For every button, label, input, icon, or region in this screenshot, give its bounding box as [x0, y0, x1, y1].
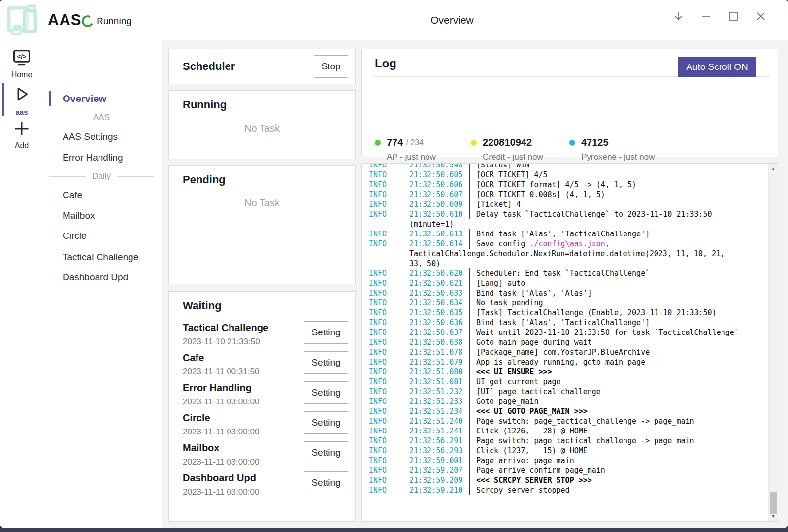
log-message: Page arrive: page_main: [469, 456, 574, 466]
log-level: INFO: [369, 298, 409, 308]
stop-button[interactable]: Stop: [314, 55, 348, 78]
log-level: INFO: [369, 367, 409, 377]
nav-group-divider-aas: AAS: [44, 110, 161, 125]
divider-line: [117, 176, 154, 177]
log-timestamp: 21:32:51.234: [409, 406, 469, 416]
log-level: INFO: [369, 436, 409, 446]
task-name: Circle: [183, 412, 259, 424]
maximize-icon[interactable]: [726, 8, 741, 24]
log-timestamp: 21:32:51.240: [409, 416, 469, 426]
log-message: [OCR_TICKET 0.008s] (4, 1, 5): [469, 190, 605, 200]
task-next-run: 2023-11-11 03:00:00: [183, 397, 259, 407]
log-message: Bind task ['Alas', 'TacticalChallenge']: [469, 318, 650, 328]
log-level: INFO: [369, 318, 409, 328]
log-message: Scrcpy server stopped: [469, 485, 570, 495]
running-title: Running: [183, 99, 355, 111]
log-message: [Status] WIN: [469, 163, 529, 170]
rail-item-label: Home: [0, 70, 43, 79]
log-timestamp: 21:32:51.081: [409, 377, 469, 387]
log-level: INFO: [369, 288, 409, 298]
scheduler-status-text: Running: [97, 16, 131, 27]
titlebar: AAS Running Overview: [0, 0, 788, 40]
rail-item-add[interactable]: Add: [0, 120, 43, 150]
log-level: INFO: [369, 229, 409, 239]
nav-item-label: Circle: [63, 231, 87, 241]
log-line-continuation: (minute=1): [362, 219, 767, 229]
nav-item-error-handling[interactable]: Error Handling: [44, 150, 161, 165]
stat-dot-icon: [375, 140, 381, 146]
task-next-run: 2023-11-11 03:00:00: [183, 457, 259, 467]
close-icon[interactable]: [754, 8, 768, 24]
nav-item-aas-settings[interactable]: AAS Settings: [44, 130, 161, 144]
nav-item-dashboard-upd[interactable]: Dashboard Upd: [44, 270, 161, 285]
nav-item-label: Cafe: [63, 190, 82, 200]
rail-item-label: aas: [0, 108, 43, 116]
minimize-icon[interactable]: [698, 8, 713, 24]
log-level: INFO: [369, 456, 409, 466]
window-controls: [671, 8, 768, 24]
log-timestamp: 21:32:50.606: [409, 180, 469, 190]
task-setting-button[interactable]: Setting: [304, 411, 348, 434]
nav-item-mailbox[interactable]: Mailbox: [44, 208, 161, 223]
task-setting-button[interactable]: Setting: [304, 471, 348, 494]
rail-item-aas[interactable]: aas: [0, 84, 43, 116]
log-line: INFO21:32:51.234<<< UI GOTO PAGE_MAIN >>…: [362, 406, 767, 416]
log-line: INFO21:32:50.607[OCR_TICKET 0.008s] (4, …: [362, 190, 767, 200]
log-timestamp: 21:32:50.614: [409, 239, 469, 249]
waiting-list: Tactical Challenge2023-11-10 21:33:50Set…: [169, 321, 355, 501]
log-level: INFO: [369, 475, 409, 485]
log-level: INFO: [369, 180, 409, 190]
log-line: INFO21:32:50.635[Task] TacticalChallenge…: [362, 308, 767, 318]
log-timestamp: 21:32:51.080: [409, 367, 469, 377]
log-timestamp: 21:32:59.209: [409, 475, 469, 485]
log-timestamp: 21:32:50.634: [409, 298, 469, 308]
rail-item-home[interactable]: </> Home: [0, 49, 43, 79]
log-timestamp: 21:32:59.210: [409, 485, 469, 495]
stat-top: 220810942: [471, 137, 543, 148]
waiting-title: Waiting: [183, 299, 355, 312]
code-monitor-icon: </>: [12, 49, 31, 66]
log-line: INFO21:32:50.614Save config ./config\aas…: [362, 239, 767, 249]
download-icon[interactable]: [671, 8, 686, 24]
log-level: INFO: [369, 209, 409, 219]
log-message: App is already running, goto main page: [469, 357, 645, 367]
log-line: INFO21:32:51.232[UI] page_tactical_chall…: [362, 387, 767, 397]
log-line: INFO21:32:50.636Bind task ['Alas', 'Tact…: [362, 318, 767, 328]
log-stat: 220810942Credit - just now: [471, 137, 543, 162]
stat-value: 774: [387, 137, 403, 148]
log-line: INFO21:32:56.291Page switch: page_tactic…: [362, 436, 767, 446]
scrollbar-down-icon[interactable]: ▼: [769, 512, 778, 520]
auto-scroll-button[interactable]: Auto Scroll ON: [678, 57, 756, 77]
log-scrollbar[interactable]: ▲ ▼: [768, 164, 778, 521]
nav: OverviewAASAAS SettingsError HandlingDai…: [44, 40, 161, 528]
log-line: INFO21:32:51.081UI get current page: [362, 377, 767, 387]
log-message: <<< SCRCPY SERVER STOP >>>: [469, 475, 592, 485]
pending-title: Pending: [183, 173, 355, 186]
nav-item-overview[interactable]: Overview: [44, 91, 161, 106]
pending-empty-text: No Task: [169, 198, 355, 209]
task-info: Circle2023-11-11 03:00:00: [183, 411, 259, 437]
log-line: INFO21:32:50.609[Ticket] 4: [362, 200, 767, 209]
scrollbar-up-icon[interactable]: ▲: [769, 165, 778, 173]
log-stats: 774/ 234AP - just now220810942Credit - j…: [362, 137, 778, 166]
waiting-task-row: Cafe2023-11-11 00:31:50Setting: [169, 351, 355, 381]
log-timestamp: 21:32:56.291: [409, 436, 469, 446]
task-setting-button[interactable]: Setting: [304, 321, 348, 344]
stat-dot-icon: [569, 140, 575, 146]
log-line: INFO21:32:50.605[OCR_TICKET] 4/5: [362, 170, 767, 180]
log-content: INFO21:32:50.598[Status] WININFO21:32:50…: [362, 163, 767, 495]
scrollbar-thumb[interactable]: [770, 492, 777, 514]
nav-active-indicator: [49, 91, 51, 106]
log-level: INFO: [369, 397, 409, 406]
task-setting-button[interactable]: Setting: [304, 351, 348, 374]
waiting-task-row: Dashboard Upd2023-11-11 03:00:00Setting: [169, 471, 355, 501]
nav-item-label: Mailbox: [63, 210, 95, 221]
nav-item-label: Dashboard Upd: [63, 272, 128, 283]
nav-item-tactical-challenge[interactable]: Tactical Challenge: [44, 250, 161, 265]
nav-item-cafe[interactable]: Cafe: [44, 188, 161, 202]
task-setting-button[interactable]: Setting: [304, 381, 348, 404]
log-timestamp: 21:32:50.621: [409, 278, 469, 288]
waiting-divider: [180, 317, 349, 317]
nav-item-circle[interactable]: Circle: [44, 229, 161, 243]
task-setting-button[interactable]: Setting: [304, 441, 348, 464]
